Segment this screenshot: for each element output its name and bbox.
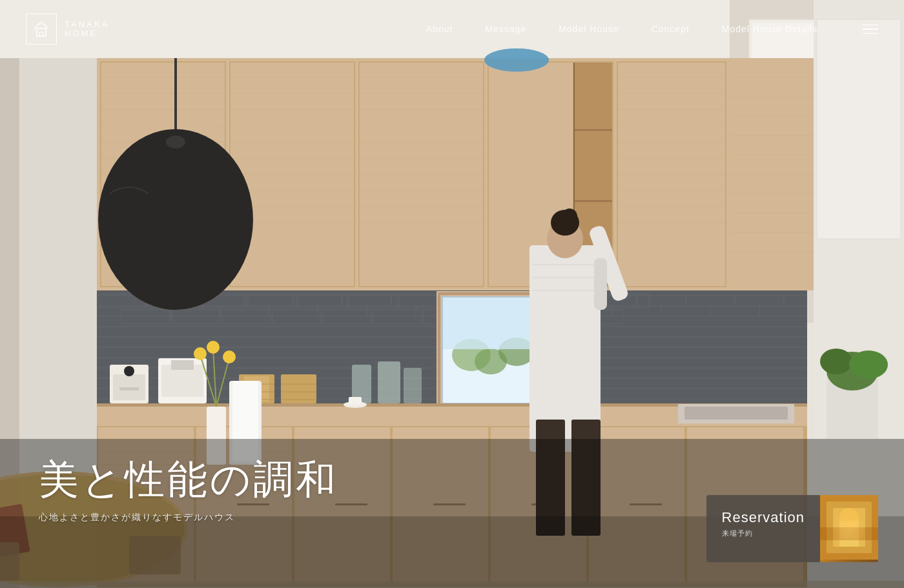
hamburger-line-3	[863, 33, 878, 34]
svg-rect-172	[281, 374, 316, 403]
svg-point-220	[849, 350, 888, 379]
reservation-card[interactable]: Reservation 来場予約	[706, 495, 878, 562]
svg-rect-159	[684, 407, 788, 420]
hero-title: 美と性能の調和	[39, 458, 338, 502]
svg-point-187	[223, 350, 236, 363]
svg-rect-233	[833, 508, 865, 547]
logo-icon	[26, 14, 57, 45]
svg-rect-163	[119, 387, 139, 390]
nav-model-house[interactable]: Model House	[559, 24, 619, 34]
svg-rect-46	[575, 129, 612, 131]
reservation-thumbnail	[820, 495, 878, 562]
nav-message[interactable]: Message	[485, 24, 526, 34]
logo-sub: HOME	[65, 29, 109, 38]
svg-rect-47	[575, 200, 612, 202]
svg-rect-234	[839, 521, 859, 547]
svg-point-185	[194, 347, 207, 360]
svg-rect-232	[827, 502, 872, 553]
reservation-subtitle: 来場予約	[722, 529, 805, 538]
svg-point-191	[98, 129, 253, 310]
svg-rect-198	[594, 258, 607, 310]
svg-rect-180	[349, 397, 362, 405]
main-nav: About Message Model House Concept Model …	[426, 24, 878, 34]
hamburger-line-1	[863, 25, 878, 26]
svg-rect-166	[171, 360, 194, 370]
nav-model-house-details[interactable]: Model House Details	[722, 24, 817, 34]
header: TANAKA HOME About Message Model House Co…	[0, 0, 904, 58]
logo[interactable]: TANAKA HOME	[26, 14, 109, 45]
svg-point-162	[124, 366, 134, 376]
reservation-text: Reservation 来場予約	[706, 495, 820, 562]
reservation-title: Reservation	[722, 509, 805, 526]
svg-point-192	[166, 136, 185, 148]
svg-rect-235	[820, 527, 878, 540]
svg-rect-177	[378, 361, 400, 403]
hamburger-line-2	[863, 28, 878, 30]
hero-content: 美と性能の調和 心地よさと豊かさが織りなすモデルハウス	[39, 458, 338, 523]
nav-about[interactable]: About	[426, 24, 453, 34]
svg-rect-178	[404, 368, 422, 403]
logo-name: TANAKA	[65, 20, 109, 29]
svg-point-236	[839, 508, 859, 527]
svg-point-219	[820, 349, 852, 374]
svg-rect-230	[39, 32, 43, 36]
hero-subtitle: 心地よさと豊かさが織りなすモデルハウス	[39, 512, 338, 523]
svg-point-196	[562, 208, 577, 224]
nav-concept[interactable]: Concept	[652, 24, 690, 34]
logo-text: TANAKA HOME	[65, 20, 109, 39]
reservation-thumb-image	[820, 495, 878, 560]
hamburger-menu[interactable]	[863, 25, 878, 34]
svg-point-186	[207, 341, 220, 354]
house-icon	[32, 19, 51, 39]
